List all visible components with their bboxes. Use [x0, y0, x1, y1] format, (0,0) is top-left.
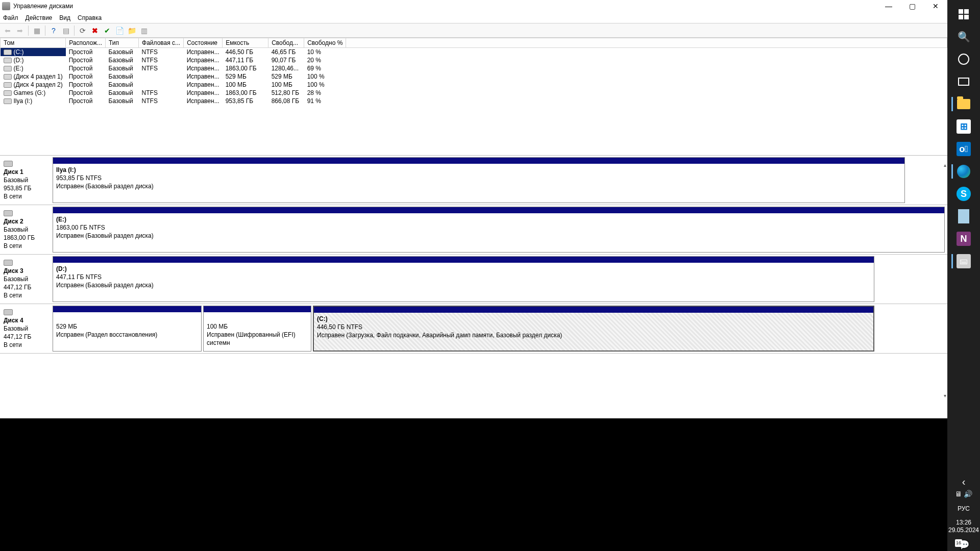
volume-row[interactable]: (C:)ПростойБазовыйNTFSИсправен...446,50 …: [1, 48, 947, 57]
volume-row[interactable]: (E:)ПростойБазовыйNTFSИсправен...1863,00…: [1, 64, 947, 72]
cortana-icon: [958, 54, 969, 65]
toolbar: ⬅ ➡ ▦ ? ▤ ⟳ ✖ ✔ 📄 📁 ▥: [0, 23, 947, 38]
maximize-button[interactable]: ▢: [900, 0, 924, 12]
reader-icon: [958, 209, 969, 223]
column-header[interactable]: Емкость: [223, 38, 268, 48]
menu-bar: Файл Действие Вид Справка: [0, 12, 947, 23]
reader-button[interactable]: [951, 205, 976, 228]
skype-icon: S: [957, 187, 971, 201]
tray-clock[interactable]: 13:26 29.05.2024: [948, 517, 979, 536]
outlook-icon: o⃝: [957, 142, 971, 156]
window-title: Управление дисками: [13, 3, 73, 10]
drive-icon: [4, 74, 12, 80]
delete-icon[interactable]: ✖: [89, 25, 101, 36]
skype-button[interactable]: S: [951, 183, 976, 205]
list-icon[interactable]: ▥: [138, 25, 150, 36]
show-hide-console-icon[interactable]: ▦: [31, 25, 42, 36]
edge-button[interactable]: [951, 160, 976, 183]
onenote-icon: N: [957, 232, 971, 246]
check-icon[interactable]: ✔: [102, 25, 113, 36]
cortana-button[interactable]: [951, 48, 976, 70]
diskmgmt-button[interactable]: 🖴: [951, 250, 976, 272]
search-button[interactable]: [951, 26, 976, 48]
menu-view[interactable]: Вид: [59, 14, 70, 21]
store-button[interactable]: ⊞: [951, 115, 976, 138]
partition[interactable]: 100 МБИсправен (Шифрованный (EFI) систем…: [203, 306, 311, 352]
disk-icon: [4, 161, 13, 167]
menu-help[interactable]: Справка: [78, 14, 102, 21]
drive-icon: [4, 66, 12, 71]
volume-list[interactable]: ТомРасполож...ТипФайловая с...СостояниеЕ…: [0, 38, 947, 155]
search-icon: [957, 30, 971, 44]
edge-icon: [957, 165, 970, 178]
menu-file[interactable]: Файл: [3, 14, 18, 21]
start-button[interactable]: [951, 3, 976, 26]
store-icon: ⊞: [957, 119, 971, 134]
outlook-button[interactable]: o⃝: [951, 138, 976, 160]
new-icon[interactable]: 📁: [126, 25, 137, 36]
column-header[interactable]: Тип: [106, 38, 139, 48]
notif-badge: 16: [955, 539, 962, 547]
partition[interactable]: (C:)446,50 ГБ NTFSИсправен (Загрузка, Фа…: [313, 306, 874, 352]
tray-overflow[interactable]: [962, 476, 966, 489]
disk-row: Диск 2Базовый1863,00 ГБВ сети(E:)1863,00…: [0, 205, 947, 255]
desktop-background: [0, 418, 947, 551]
partition[interactable]: 529 МБИсправен (Раздел восстановления): [53, 306, 202, 352]
volume-row[interactable]: (Диск 4 раздел 2)ПростойБазовыйИсправен.…: [1, 81, 947, 89]
column-header[interactable]: Располож...: [66, 38, 106, 48]
nav-back-icon: ⬅: [2, 25, 13, 36]
refresh-icon[interactable]: ⟳: [77, 25, 88, 36]
disk-header[interactable]: Диск 4Базовый447,12 ГБВ сети: [2, 306, 53, 352]
tray-time: 13:26: [948, 519, 979, 527]
drive-icon: [4, 82, 12, 88]
tray-date: 29.05.2024: [948, 527, 979, 534]
partition[interactable]: Ilya (I:)953,85 ГБ NTFSИсправен (Базовый…: [53, 157, 905, 203]
volume-row[interactable]: Ilya (I:)ПростойБазовыйNTFSИсправен...95…: [1, 97, 947, 105]
drive-icon: [4, 49, 12, 55]
volume-row[interactable]: (D:)ПростойБазовыйNTFSИсправен...447,11 …: [1, 56, 947, 64]
disk-header[interactable]: Диск 2Базовый1863,00 ГБВ сети: [2, 207, 53, 253]
drive-icon: [4, 58, 12, 63]
folder-icon: [957, 99, 970, 109]
app-icon: [2, 2, 10, 10]
disk-row: Диск 4Базовый447,12 ГБВ сети 529 МБИспра…: [0, 304, 947, 354]
diskmgmt-icon: 🖴: [957, 254, 971, 268]
disk-header[interactable]: Диск 1Базовый953,85 ГБВ сети: [2, 157, 53, 203]
column-header[interactable]: Файловая с...: [139, 38, 184, 48]
tray-language[interactable]: РУС: [958, 501, 970, 517]
column-header[interactable]: Том: [1, 38, 66, 48]
title-bar[interactable]: Управление дисками — ▢ ✕: [0, 0, 947, 12]
help-icon[interactable]: ?: [48, 25, 59, 36]
drive-icon: [4, 98, 12, 104]
volume-row[interactable]: Games (G:)ПростойБазовыйNTFSИсправен...1…: [1, 89, 947, 97]
column-header[interactable]: Свободно %: [304, 38, 346, 48]
disk-icon: [4, 210, 13, 216]
partition[interactable]: (D:)447,11 ГБ NTFSИсправен (Базовый разд…: [53, 256, 874, 302]
disk-icon: [4, 260, 13, 266]
taskview-button[interactable]: [951, 70, 976, 93]
minimize-button[interactable]: —: [877, 0, 900, 12]
disk-row: Диск 3Базовый447,12 ГБВ сети(D:)447,11 Г…: [0, 255, 947, 304]
nav-forward-icon: ➡: [14, 25, 26, 36]
volume-row[interactable]: (Диск 4 раздел 1)ПростойБазовыйИсправен.…: [1, 72, 947, 81]
close-button[interactable]: ✕: [924, 0, 947, 12]
settings-icon[interactable]: ▤: [60, 25, 71, 36]
drive-icon: [4, 90, 12, 96]
menu-action[interactable]: Действие: [26, 14, 53, 21]
column-header[interactable]: Состояние: [184, 38, 223, 48]
disk-icon: [4, 309, 13, 315]
splitter-up-icon[interactable]: ▴: [944, 162, 946, 168]
column-header[interactable]: Свобод...: [268, 38, 304, 48]
splitter-down-icon[interactable]: ▾: [944, 393, 946, 398]
tray-icons[interactable]: 🖥 🔊: [955, 489, 973, 501]
taskview-icon: [958, 78, 969, 86]
partition[interactable]: (E:)1863,00 ГБ NTFSИсправен (Базовый раз…: [53, 207, 945, 253]
explorer-button[interactable]: [951, 93, 976, 115]
disk-header[interactable]: Диск 3Базовый447,12 ГБВ сети: [2, 256, 53, 302]
action-center[interactable]: 💬16: [958, 536, 969, 551]
disk-row: Диск 1Базовый953,85 ГБВ сетиIlya (I:)953…: [0, 156, 947, 205]
taskbar: ⊞ o⃝ S N 🖴 🖥 🔊 РУС 13:26 29.05.2024 💬16: [947, 0, 980, 551]
properties-icon[interactable]: 📄: [114, 25, 125, 36]
onenote-button[interactable]: N: [951, 228, 976, 250]
